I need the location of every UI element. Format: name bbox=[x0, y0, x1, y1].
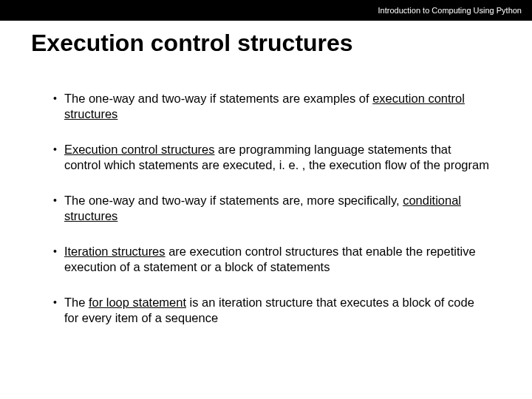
bullet-text: The for loop statement is an iteration s… bbox=[64, 295, 491, 327]
bullet-marker: • bbox=[53, 193, 57, 208]
bullet-marker: • bbox=[53, 91, 57, 106]
bullet-text: The one-way and two-way if statements ar… bbox=[64, 193, 491, 225]
bullet-marker: • bbox=[53, 142, 57, 157]
text-pre: The one-way and two-way if statements ar… bbox=[64, 194, 403, 207]
bullet-item: • The one-way and two-way if statements … bbox=[65, 91, 491, 123]
text-underline: Execution control structures bbox=[64, 143, 215, 156]
header-bar: Introduction to Computing Using Python bbox=[0, 0, 532, 21]
bullet-text: The one-way and two-way if statements ar… bbox=[64, 91, 491, 123]
course-label: Introduction to Computing Using Python bbox=[378, 6, 522, 15]
text-pre: The bbox=[64, 296, 89, 309]
bullet-item: • The for loop statement is an iteration… bbox=[65, 295, 491, 327]
bullet-marker: • bbox=[53, 295, 57, 310]
slide-title: Execution control structures bbox=[0, 21, 532, 57]
bullet-text: Execution control structures are program… bbox=[64, 142, 491, 174]
slide-content: • The one-way and two-way if statements … bbox=[0, 57, 532, 326]
text-pre: The one-way and two-way if statements ar… bbox=[64, 92, 372, 105]
text-underline: Iteration structures bbox=[64, 245, 166, 258]
text-underline: for loop statement bbox=[89, 296, 186, 309]
bullet-item: • Iteration structures are execution con… bbox=[65, 244, 491, 276]
bullet-text: Iteration structures are execution contr… bbox=[64, 244, 491, 276]
bullet-item: • The one-way and two-way if statements … bbox=[65, 193, 491, 225]
bullet-marker: • bbox=[53, 244, 57, 259]
bullet-item: • Execution control structures are progr… bbox=[65, 142, 491, 174]
